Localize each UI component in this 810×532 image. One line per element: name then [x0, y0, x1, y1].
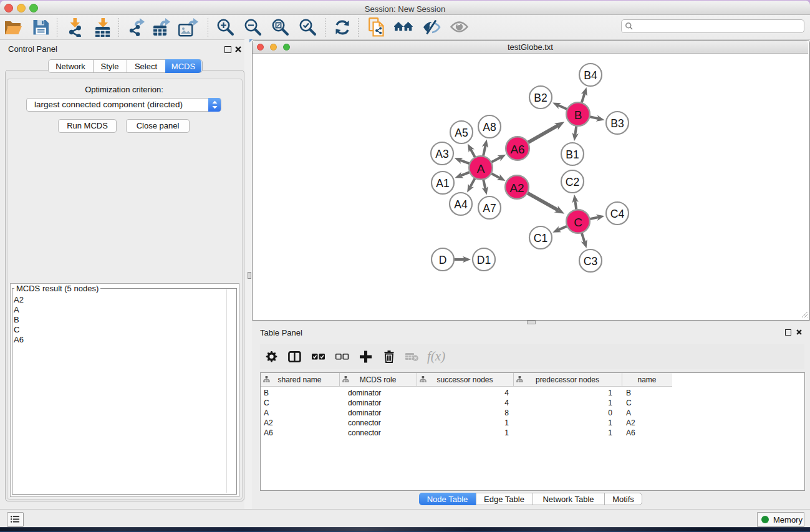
svg-text:A7: A7	[483, 202, 496, 215]
svg-text:B3: B3	[610, 117, 624, 130]
svg-text:A4: A4	[454, 198, 468, 211]
svg-text:C4: C4	[610, 208, 625, 220]
svg-text:A1: A1	[436, 177, 449, 190]
svg-text:C2: C2	[566, 176, 579, 188]
svg-text:D1: D1	[477, 254, 491, 266]
svg-text:A: A	[477, 162, 485, 175]
svg-text:B: B	[574, 109, 582, 122]
svg-text:A2: A2	[509, 181, 524, 195]
svg-text:C1: C1	[534, 232, 547, 244]
svg-text:B1: B1	[566, 148, 579, 161]
svg-text:B2: B2	[534, 92, 547, 104]
svg-text:C: C	[574, 216, 582, 229]
svg-text:D: D	[439, 254, 447, 266]
svg-text:A3: A3	[435, 148, 448, 160]
svg-text:A5: A5	[455, 127, 468, 139]
svg-text:C3: C3	[584, 255, 597, 268]
svg-text:B4: B4	[584, 69, 597, 82]
svg-text:A6: A6	[510, 143, 524, 156]
svg-text:A8: A8	[483, 121, 496, 133]
